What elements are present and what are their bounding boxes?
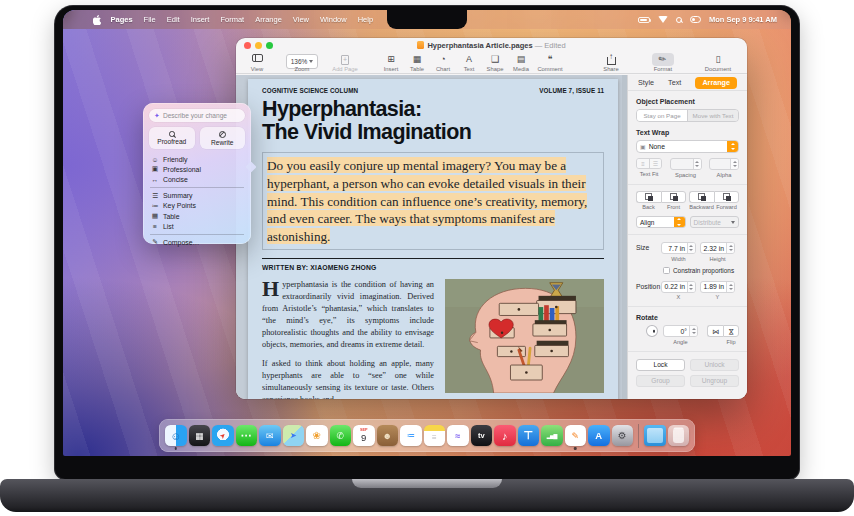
constrain-proportions-checkbox[interactable]	[663, 267, 670, 274]
height-stepper[interactable]	[726, 243, 734, 253]
dock-freeform-icon[interactable]: ≈	[447, 425, 469, 447]
menu-help[interactable]: Help	[352, 15, 378, 24]
rewrite-button[interactable]: Rewrite	[200, 127, 246, 149]
dock-launchpad-icon[interactable]: ▦	[189, 425, 211, 447]
document-button[interactable]: ▯ Document	[698, 54, 738, 72]
compose-menu-item[interactable]: ✎ Compose…	[149, 237, 245, 247]
window-title-bar[interactable]: Hyperphantasia Article.pages — Edited	[236, 38, 747, 53]
tab-text[interactable]: Text	[668, 78, 681, 87]
alpha-control[interactable]: Alpha	[709, 158, 739, 178]
article-image-column[interactable]	[445, 279, 604, 399]
align-dropdown[interactable]: Align	[636, 216, 686, 228]
dock-keynote-icon[interactable]: ⊤	[518, 425, 540, 447]
list-menu-item[interactable]: ≡ List	[149, 221, 245, 231]
move-to-front-button[interactable]: Front	[661, 191, 686, 211]
dock-maps-icon[interactable]: ➤	[283, 425, 305, 447]
menu-window[interactable]: Window	[314, 15, 352, 24]
dock-trash-icon[interactable]	[668, 425, 690, 447]
shape-button[interactable]: ❑ Shape	[482, 54, 508, 72]
spotlight-search-icon[interactable]	[676, 17, 682, 23]
professional-menu-item[interactable]: ▣ Professional	[149, 164, 245, 174]
position-x-stepper[interactable]	[687, 282, 695, 292]
battery-icon[interactable]	[638, 17, 650, 23]
stay-on-page-option[interactable]: Stay on Page	[637, 110, 687, 121]
table-menu-item[interactable]: ▦ Table	[149, 211, 245, 221]
move-backward-button[interactable]: Backward	[689, 191, 714, 211]
concise-menu-item[interactable]: ↔ Concise	[149, 174, 245, 184]
view-button[interactable]: View	[240, 54, 274, 72]
dock-messages-icon[interactable]: ⋯	[236, 425, 258, 447]
align-dropdown-button[interactable]	[674, 216, 685, 228]
article-body-column[interactable]: Hyperphantasia is the condition of havin…	[262, 279, 434, 399]
article-title[interactable]: Hyperphantasia: The Vivid Imagination	[262, 98, 604, 143]
width-stepper[interactable]	[687, 243, 695, 253]
dock-mail-icon[interactable]: ✉	[259, 425, 281, 447]
insert-button[interactable]: ⊞ Insert	[378, 54, 404, 72]
unlock-button[interactable]: Unlock	[690, 359, 739, 371]
constrain-proportions-row[interactable]: Constrain proportions	[663, 267, 739, 274]
proofread-button[interactable]: Proofread	[149, 127, 195, 149]
ungroup-button[interactable]: Ungroup	[690, 375, 739, 387]
selected-text-box[interactable]: Do you easily conjure up mental imagery?…	[262, 152, 604, 250]
menu-arrange[interactable]: Arrange	[250, 15, 288, 24]
dock-numbers-icon[interactable]: ▂▅▇	[541, 425, 563, 447]
table-button[interactable]: ▦ Table	[404, 54, 430, 72]
height-value[interactable]: 2.32 in	[701, 243, 726, 253]
apple-menu-icon[interactable]	[93, 15, 101, 25]
menu-pages[interactable]: Pages	[105, 15, 138, 24]
dock-downloads-folder-icon[interactable]	[644, 425, 666, 447]
object-placement-segmented[interactable]: Stay on Page Move with Text	[636, 109, 739, 122]
angle-value[interactable]: 0°	[664, 326, 689, 336]
text-wrap-select[interactable]: ▣ None	[636, 140, 739, 153]
position-y-stepper[interactable]	[726, 282, 734, 292]
key-points-menu-item[interactable]: ≔ Key Points	[149, 201, 245, 211]
menu-format[interactable]: Format	[215, 15, 250, 24]
position-y-value[interactable]: 1.89 in	[701, 282, 726, 292]
menu-edit[interactable]: Edit	[161, 15, 185, 24]
dock-settings-icon[interactable]: ⚙	[612, 425, 634, 447]
text-fit-control[interactable]: ≡☰ Text Fit	[636, 158, 662, 178]
tab-arrange[interactable]: Arrange	[695, 77, 737, 89]
add-page-button[interactable]: + Add Page	[328, 54, 362, 72]
wifi-icon[interactable]	[658, 16, 668, 23]
dock-safari-icon[interactable]: ➤	[212, 425, 234, 447]
lock-button[interactable]: Lock	[636, 359, 685, 371]
move-to-back-button[interactable]: Back	[636, 191, 661, 211]
rotation-knob[interactable]	[646, 325, 658, 337]
friendly-menu-item[interactable]: ☺ Friendly	[149, 154, 245, 164]
menu-bar-clock[interactable]: Mon Sep 9 9:41 AM	[709, 15, 777, 24]
menu-view[interactable]: View	[287, 15, 314, 24]
dock-facetime-icon[interactable]: ✆	[330, 425, 352, 447]
dock-appletv-icon[interactable]: tv	[471, 425, 493, 447]
flip-horizontal-button[interactable]: ⋈	[707, 325, 723, 345]
dock-reminders-icon[interactable]: ≔	[400, 425, 422, 447]
menu-insert[interactable]: Insert	[185, 15, 215, 24]
document-page[interactable]: COGNITIVE SCIENCE COLUMN VOLUME 7, ISSUE…	[248, 79, 618, 399]
dock-notes-icon[interactable]: ≡	[424, 425, 446, 447]
dock-pages-icon[interactable]: ✎	[565, 425, 587, 447]
move-forward-button[interactable]: Forward	[714, 191, 739, 211]
control-center-icon[interactable]	[690, 16, 701, 23]
tab-style[interactable]: Style	[638, 78, 654, 87]
text-fit-right-icon[interactable]: ☰	[649, 159, 661, 168]
dock-music-icon[interactable]: ♪	[494, 425, 516, 447]
group-button[interactable]: Group	[636, 375, 685, 387]
distribute-dropdown[interactable]: Distribute	[690, 216, 740, 228]
spacing-stepper[interactable]	[693, 159, 701, 169]
dock-photos-icon[interactable]: ❀	[306, 425, 328, 447]
move-with-text-option[interactable]: Move with Text	[687, 110, 738, 121]
dock-contacts-icon[interactable]: ☻	[377, 425, 399, 447]
flip-vertical-button[interactable]: ⋈ Flip	[723, 325, 739, 345]
text-wrap-dropdown-button[interactable]	[727, 141, 738, 152]
summary-menu-item[interactable]: ☰ Summary	[149, 191, 245, 201]
comment-button[interactable]: ❝ Comment	[534, 54, 566, 72]
alpha-stepper[interactable]	[730, 159, 738, 169]
dock-finder-icon[interactable]: ☺	[165, 425, 187, 447]
chart-button[interactable]: ◔ Chart	[430, 54, 456, 72]
dock-calendar-icon[interactable]: SEP9	[353, 425, 375, 447]
text-fit-left-icon[interactable]: ≡	[637, 159, 649, 168]
spacing-control[interactable]: Spacing	[670, 158, 702, 178]
highlighted-intro-text[interactable]: Do you easily conjure up mental imagery?…	[267, 157, 587, 245]
width-value[interactable]: 7.7 in	[662, 243, 687, 253]
document-canvas[interactable]: COGNITIVE SCIENCE COLUMN VOLUME 7, ISSUE…	[236, 75, 627, 399]
